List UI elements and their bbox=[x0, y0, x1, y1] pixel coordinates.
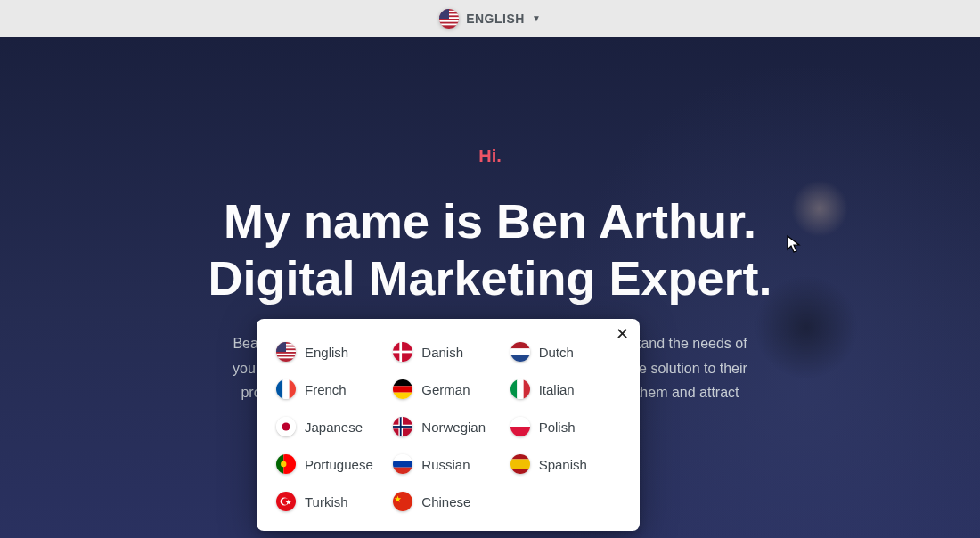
language-option-label: English bbox=[305, 345, 348, 360]
svg-rect-15 bbox=[276, 342, 286, 352]
language-option-it[interactable]: Italian bbox=[510, 378, 620, 401]
language-option-label: Polish bbox=[539, 420, 576, 435]
language-selector[interactable]: ENGLISH ▼ bbox=[432, 5, 548, 32]
flag-icon bbox=[276, 379, 296, 399]
svg-rect-34 bbox=[523, 379, 529, 399]
language-option-pt[interactable]: Portuguese bbox=[276, 452, 386, 476]
flag-icon bbox=[393, 454, 412, 474]
language-option-us[interactable]: English bbox=[276, 340, 386, 363]
hero-headline: My name is Ben Arthur. Digital Marketing… bbox=[208, 193, 772, 306]
flag-icon bbox=[510, 417, 530, 436]
flag-icon bbox=[510, 342, 530, 362]
svg-rect-22 bbox=[510, 355, 530, 362]
svg-rect-44 bbox=[510, 417, 530, 427]
svg-point-62 bbox=[393, 492, 412, 511]
svg-rect-13 bbox=[276, 354, 296, 355]
language-option-cn[interactable]: Chinese bbox=[393, 490, 502, 513]
language-option-tr[interactable]: Turkish bbox=[276, 490, 386, 513]
language-selector-label: ENGLISH bbox=[466, 12, 525, 26]
language-option-label: Norwegian bbox=[421, 420, 486, 435]
flag-icon bbox=[276, 342, 296, 362]
svg-rect-24 bbox=[276, 379, 282, 399]
svg-rect-18 bbox=[393, 351, 412, 354]
language-option-de[interactable]: German bbox=[393, 378, 502, 401]
flag-icon bbox=[393, 417, 412, 436]
language-option-nl[interactable]: Dutch bbox=[510, 340, 620, 363]
language-option-pl[interactable]: Polish bbox=[510, 415, 620, 438]
language-option-label: Chinese bbox=[421, 494, 470, 509]
flag-icon bbox=[276, 492, 296, 511]
svg-rect-21 bbox=[510, 348, 530, 355]
language-option-dk[interactable]: Danish bbox=[393, 340, 502, 363]
svg-rect-20 bbox=[510, 342, 530, 348]
svg-rect-6 bbox=[439, 23, 459, 25]
svg-rect-45 bbox=[510, 427, 530, 436]
language-option-label: Russian bbox=[421, 457, 470, 472]
flag-icon bbox=[393, 492, 412, 511]
language-option-fr[interactable]: French bbox=[276, 378, 386, 401]
svg-rect-52 bbox=[393, 461, 412, 467]
flag-icon bbox=[276, 454, 296, 474]
svg-rect-51 bbox=[393, 454, 412, 461]
language-option-jp[interactable]: Japanese bbox=[276, 415, 386, 438]
svg-rect-26 bbox=[290, 379, 296, 399]
flag-icon bbox=[393, 379, 412, 399]
language-option-label: Italian bbox=[539, 382, 575, 397]
flag-icon bbox=[276, 417, 296, 436]
language-option-ru[interactable]: Russian bbox=[393, 452, 502, 476]
svg-rect-53 bbox=[393, 468, 412, 474]
flag-icon bbox=[510, 454, 530, 474]
svg-point-36 bbox=[282, 422, 290, 430]
chevron-down-icon: ▼ bbox=[532, 13, 541, 23]
language-option-label: German bbox=[421, 382, 470, 397]
svg-rect-55 bbox=[510, 454, 530, 460]
svg-rect-29 bbox=[393, 386, 412, 392]
svg-rect-57 bbox=[510, 469, 530, 475]
svg-rect-5 bbox=[439, 20, 459, 21]
language-option-label: Portuguese bbox=[305, 457, 373, 472]
flag-icon bbox=[510, 379, 530, 399]
language-option-label: Turkish bbox=[305, 494, 348, 509]
svg-rect-14 bbox=[276, 357, 296, 359]
language-modal: ✕ EnglishDanishDutchFrenchGermanItalianJ… bbox=[257, 319, 640, 531]
svg-rect-33 bbox=[517, 379, 523, 399]
svg-rect-7 bbox=[439, 9, 449, 19]
language-grid: EnglishDanishDutchFrenchGermanItalianJap… bbox=[276, 340, 620, 513]
language-option-label: Japanese bbox=[305, 420, 363, 435]
language-option-no[interactable]: Norwegian bbox=[393, 415, 502, 438]
language-option-label: Dutch bbox=[539, 345, 574, 360]
svg-rect-32 bbox=[510, 379, 517, 399]
close-icon[interactable]: ✕ bbox=[614, 324, 631, 344]
svg-point-49 bbox=[281, 461, 286, 467]
svg-rect-30 bbox=[393, 393, 412, 399]
language-option-label: Danish bbox=[421, 345, 463, 360]
language-option-label: French bbox=[305, 382, 347, 397]
svg-rect-56 bbox=[510, 460, 530, 469]
svg-rect-25 bbox=[282, 379, 289, 399]
topbar: ENGLISH ▼ bbox=[0, 0, 980, 37]
svg-rect-42 bbox=[393, 426, 412, 428]
flag-icon bbox=[439, 9, 459, 29]
language-option-es[interactable]: Spanish bbox=[510, 452, 620, 476]
svg-rect-28 bbox=[393, 379, 412, 386]
flag-icon bbox=[393, 342, 412, 362]
hero-greeting: Hi. bbox=[478, 146, 502, 167]
language-option-label: Spanish bbox=[539, 457, 587, 472]
